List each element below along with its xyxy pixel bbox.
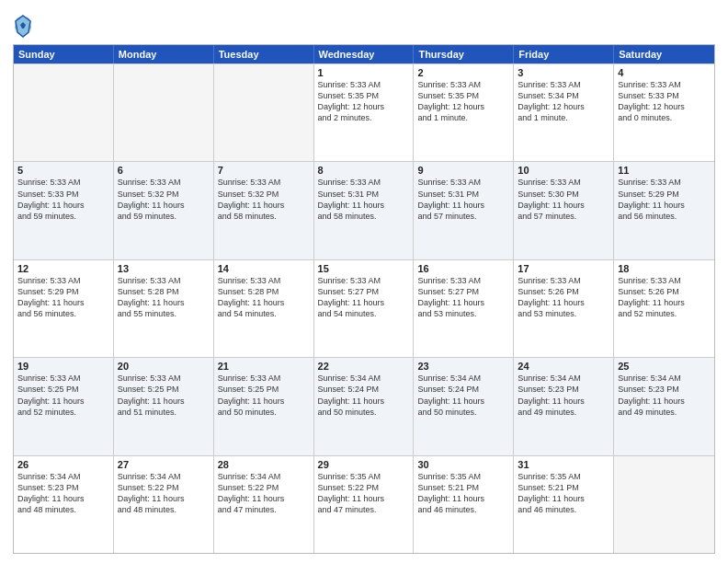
cell-day-number: 17 [518,263,609,274]
cal-cell-3-2: 21Sunrise: 5:33 AM Sunset: 5:25 PM Dayli… [214,358,314,454]
cal-cell-0-6: 4Sunrise: 5:33 AM Sunset: 5:33 PM Daylig… [614,64,714,161]
cal-cell-4-2: 28Sunrise: 5:34 AM Sunset: 5:22 PM Dayli… [214,456,314,553]
cell-info: Sunrise: 5:35 AM Sunset: 5:21 PM Dayligh… [417,471,509,516]
cal-cell-1-2: 7Sunrise: 5:33 AM Sunset: 5:32 PM Daylig… [214,162,314,259]
cell-day-number: 3 [518,67,609,78]
cell-info: Sunrise: 5:34 AM Sunset: 5:22 PM Dayligh… [218,471,310,516]
calendar-row-1: 5Sunrise: 5:33 AM Sunset: 5:33 PM Daylig… [14,161,714,259]
weekday-header-saturday: Saturday [614,45,714,63]
cell-day-number: 12 [17,263,109,274]
cell-info: Sunrise: 5:34 AM Sunset: 5:23 PM Dayligh… [518,373,609,418]
calendar-header: SundayMondayTuesdayWednesdayThursdayFrid… [14,45,714,63]
cell-day-number: 26 [17,459,109,470]
cell-info: Sunrise: 5:34 AM Sunset: 5:22 PM Dayligh… [118,471,210,516]
cal-cell-0-4: 2Sunrise: 5:33 AM Sunset: 5:35 PM Daylig… [414,64,514,161]
cell-info: Sunrise: 5:33 AM Sunset: 5:32 PM Dayligh… [118,177,210,222]
cell-info: Sunrise: 5:33 AM Sunset: 5:28 PM Dayligh… [118,275,210,320]
cell-info: Sunrise: 5:33 AM Sunset: 5:27 PM Dayligh… [318,275,410,320]
cell-info: Sunrise: 5:33 AM Sunset: 5:35 PM Dayligh… [417,79,509,124]
cal-cell-4-6 [614,456,714,553]
calendar-row-2: 12Sunrise: 5:33 AM Sunset: 5:29 PM Dayli… [14,259,714,357]
logo [13,13,35,39]
cell-info: Sunrise: 5:34 AM Sunset: 5:24 PM Dayligh… [417,373,509,418]
cal-cell-4-3: 29Sunrise: 5:35 AM Sunset: 5:22 PM Dayli… [314,456,415,553]
cell-day-number: 21 [218,361,310,372]
cal-cell-1-5: 10Sunrise: 5:33 AM Sunset: 5:30 PM Dayli… [514,162,614,259]
cal-cell-2-6: 18Sunrise: 5:33 AM Sunset: 5:26 PM Dayli… [614,260,714,357]
cell-info: Sunrise: 5:33 AM Sunset: 5:30 PM Dayligh… [518,177,609,222]
header [13,9,715,39]
cell-day-number: 25 [618,361,711,372]
cell-day-number: 8 [318,165,410,176]
cell-day-number: 1 [318,67,410,78]
cell-info: Sunrise: 5:33 AM Sunset: 5:29 PM Dayligh… [17,275,109,320]
cell-day-number: 19 [17,361,109,372]
cell-day-number: 7 [218,165,310,176]
calendar-row-3: 19Sunrise: 5:33 AM Sunset: 5:25 PM Dayli… [14,357,714,454]
cell-info: Sunrise: 5:33 AM Sunset: 5:26 PM Dayligh… [618,275,711,320]
cell-info: Sunrise: 5:35 AM Sunset: 5:21 PM Dayligh… [518,471,609,516]
cell-day-number: 4 [618,67,711,78]
cal-cell-2-1: 13Sunrise: 5:33 AM Sunset: 5:28 PM Dayli… [114,260,214,357]
cal-cell-1-4: 9Sunrise: 5:33 AM Sunset: 5:31 PM Daylig… [414,162,514,259]
weekday-header-monday: Monday [114,45,214,63]
cell-day-number: 9 [417,165,509,176]
cell-day-number: 6 [118,165,210,176]
cell-info: Sunrise: 5:34 AM Sunset: 5:23 PM Dayligh… [17,471,109,516]
cal-cell-4-5: 31Sunrise: 5:35 AM Sunset: 5:21 PM Dayli… [514,456,614,553]
cal-cell-4-1: 27Sunrise: 5:34 AM Sunset: 5:22 PM Dayli… [114,456,214,553]
cal-cell-3-4: 23Sunrise: 5:34 AM Sunset: 5:24 PM Dayli… [414,358,514,454]
cell-info: Sunrise: 5:34 AM Sunset: 5:23 PM Dayligh… [618,373,711,418]
cell-day-number: 16 [417,263,509,274]
cell-info: Sunrise: 5:33 AM Sunset: 5:25 PM Dayligh… [118,373,210,418]
calendar-row-0: 1Sunrise: 5:33 AM Sunset: 5:35 PM Daylig… [14,63,714,161]
cell-day-number: 23 [417,361,509,372]
cal-cell-0-2 [214,64,314,161]
cell-day-number: 31 [518,459,609,470]
cal-cell-1-1: 6Sunrise: 5:33 AM Sunset: 5:32 PM Daylig… [114,162,214,259]
cal-cell-1-0: 5Sunrise: 5:33 AM Sunset: 5:33 PM Daylig… [14,162,114,259]
cal-cell-0-1 [114,64,214,161]
cell-info: Sunrise: 5:33 AM Sunset: 5:34 PM Dayligh… [518,79,609,124]
weekday-header-tuesday: Tuesday [214,45,314,63]
cal-cell-2-2: 14Sunrise: 5:33 AM Sunset: 5:28 PM Dayli… [214,260,314,357]
cell-day-number: 15 [318,263,410,274]
cal-cell-0-5: 3Sunrise: 5:33 AM Sunset: 5:34 PM Daylig… [514,64,614,161]
cell-info: Sunrise: 5:35 AM Sunset: 5:22 PM Dayligh… [318,471,410,516]
cell-day-number: 28 [218,459,310,470]
cell-info: Sunrise: 5:33 AM Sunset: 5:31 PM Dayligh… [318,177,410,222]
weekday-header-thursday: Thursday [414,45,514,63]
cal-cell-3-6: 25Sunrise: 5:34 AM Sunset: 5:23 PM Dayli… [614,358,714,454]
cell-info: Sunrise: 5:33 AM Sunset: 5:32 PM Dayligh… [218,177,310,222]
cell-info: Sunrise: 5:33 AM Sunset: 5:33 PM Dayligh… [618,79,711,124]
cell-info: Sunrise: 5:33 AM Sunset: 5:29 PM Dayligh… [618,177,711,222]
cell-day-number: 29 [318,459,410,470]
cell-info: Sunrise: 5:33 AM Sunset: 5:27 PM Dayligh… [417,275,509,320]
cal-cell-4-4: 30Sunrise: 5:35 AM Sunset: 5:21 PM Dayli… [414,456,514,553]
cell-day-number: 13 [118,263,210,274]
cell-info: Sunrise: 5:33 AM Sunset: 5:25 PM Dayligh… [218,373,310,418]
cal-cell-1-3: 8Sunrise: 5:33 AM Sunset: 5:31 PM Daylig… [314,162,415,259]
cell-day-number: 24 [518,361,609,372]
cell-info: Sunrise: 5:33 AM Sunset: 5:31 PM Dayligh… [417,177,509,222]
cell-info: Sunrise: 5:33 AM Sunset: 5:28 PM Dayligh… [218,275,310,320]
cal-cell-3-1: 20Sunrise: 5:33 AM Sunset: 5:25 PM Dayli… [114,358,214,454]
cal-cell-2-3: 15Sunrise: 5:33 AM Sunset: 5:27 PM Dayli… [314,260,415,357]
cal-cell-0-0 [14,64,114,161]
cell-info: Sunrise: 5:33 AM Sunset: 5:33 PM Dayligh… [17,177,109,222]
cal-cell-3-5: 24Sunrise: 5:34 AM Sunset: 5:23 PM Dayli… [514,358,614,454]
weekday-header-sunday: Sunday [14,45,114,63]
cal-cell-4-0: 26Sunrise: 5:34 AM Sunset: 5:23 PM Dayli… [14,456,114,553]
cell-day-number: 30 [417,459,509,470]
cell-day-number: 10 [518,165,609,176]
weekday-header-wednesday: Wednesday [314,45,415,63]
cell-info: Sunrise: 5:33 AM Sunset: 5:26 PM Dayligh… [518,275,609,320]
cal-cell-2-0: 12Sunrise: 5:33 AM Sunset: 5:29 PM Dayli… [14,260,114,357]
cell-day-number: 22 [318,361,410,372]
page: SundayMondayTuesdayWednesdayThursdayFrid… [0,0,728,563]
cal-cell-3-0: 19Sunrise: 5:33 AM Sunset: 5:25 PM Dayli… [14,358,114,454]
cal-cell-2-4: 16Sunrise: 5:33 AM Sunset: 5:27 PM Dayli… [414,260,514,357]
cal-cell-1-6: 11Sunrise: 5:33 AM Sunset: 5:29 PM Dayli… [614,162,714,259]
calendar-row-4: 26Sunrise: 5:34 AM Sunset: 5:23 PM Dayli… [14,455,714,553]
weekday-header-friday: Friday [514,45,614,63]
